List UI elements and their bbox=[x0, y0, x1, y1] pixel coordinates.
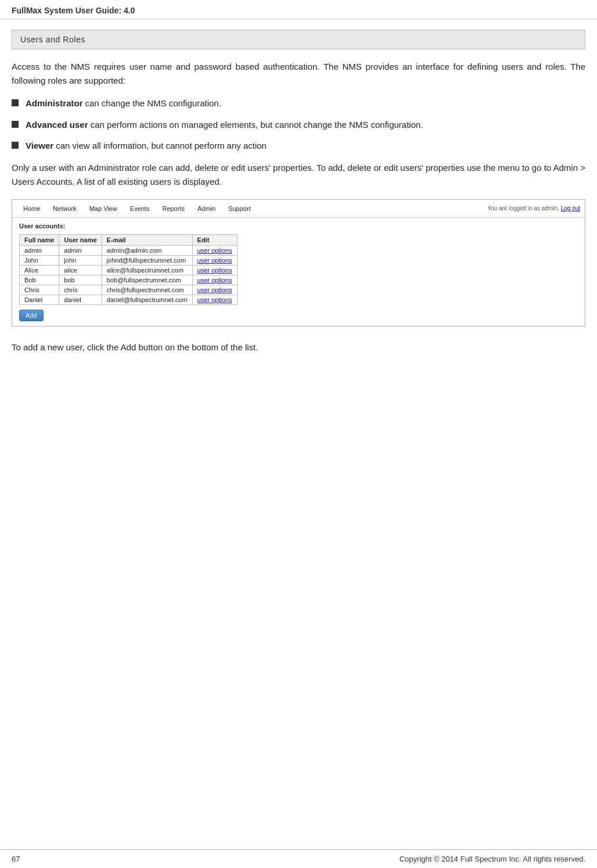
bullet-text: Viewer can view all information, but can… bbox=[26, 139, 267, 153]
col-email: E-mail bbox=[102, 234, 192, 245]
logout-link[interactable]: Log out bbox=[561, 205, 580, 211]
nav-home[interactable]: Home bbox=[17, 202, 46, 215]
role-name: Viewer bbox=[26, 141, 53, 150]
table-row: Johnjohnjohnd@fullspectrumnet.comuser op… bbox=[20, 255, 238, 265]
user-options-link[interactable]: user options bbox=[197, 277, 232, 284]
cell-username: chris bbox=[59, 285, 102, 295]
cell-edit: user options bbox=[192, 245, 237, 255]
cell-fullname: Daniel bbox=[20, 295, 59, 304]
table-row: Bobbobbob@fullspectrumnet.comuser option… bbox=[20, 275, 238, 285]
cell-email: chris@fullspectrumnet.com bbox=[102, 285, 192, 295]
table-row: Chrischrischris@fullspectrumnet.comuser … bbox=[20, 285, 238, 295]
table-row: adminadminadmin@admin.comuser options bbox=[20, 245, 238, 255]
cell-email: admin@admin.com bbox=[102, 245, 192, 255]
nav-reports[interactable]: Reports bbox=[156, 202, 191, 215]
main-content: Access to the NMS requires user name and… bbox=[0, 49, 597, 354]
ui-screenshot: Home Network Map View Events Reports Adm… bbox=[12, 199, 585, 327]
nav-bar: Home Network Map View Events Reports Adm… bbox=[12, 200, 585, 218]
nav-network[interactable]: Network bbox=[46, 202, 82, 215]
cell-edit: user options bbox=[192, 275, 237, 285]
cell-email: daniel@fullspectrumnet.com bbox=[102, 295, 192, 304]
cell-username: alice bbox=[59, 265, 102, 275]
list-item: Advanced user can perform actions on man… bbox=[12, 119, 585, 132]
col-edit: Edit bbox=[192, 234, 237, 245]
nav-right: You are logged in as admin. Log out bbox=[487, 205, 580, 211]
nav-events[interactable]: Events bbox=[124, 202, 156, 215]
bullet-text: Administrator can change the NMS configu… bbox=[26, 97, 221, 110]
user-options-link[interactable]: user options bbox=[197, 286, 232, 293]
role-name: Administrator bbox=[26, 98, 82, 108]
user-options-link[interactable]: user options bbox=[197, 247, 232, 254]
user-accounts-title: User accounts: bbox=[19, 223, 578, 229]
cell-fullname: Bob bbox=[20, 275, 59, 285]
nav-admin[interactable]: Admin bbox=[191, 202, 222, 215]
bullet-icon bbox=[12, 142, 19, 149]
guide-title: FullMax System User Guide: 4.0 bbox=[12, 6, 135, 15]
cell-edit: user options bbox=[192, 295, 237, 304]
nav-mapview[interactable]: Map View bbox=[83, 202, 124, 215]
add-button[interactable]: Add bbox=[19, 310, 44, 321]
ui-body: User accounts: Full name User name E-mai… bbox=[12, 218, 585, 326]
intro-paragraph: Access to the NMS requires user name and… bbox=[12, 60, 585, 88]
nav-left: Home Network Map View Events Reports Adm… bbox=[17, 202, 257, 215]
list-item: Administrator can change the NMS configu… bbox=[12, 97, 585, 110]
cell-username: admin bbox=[59, 245, 102, 255]
user-options-link[interactable]: user options bbox=[197, 267, 232, 274]
cell-edit: user options bbox=[192, 255, 237, 265]
users-table: Full name User name E-mail Edit adminadm… bbox=[19, 234, 238, 305]
page-footer: 67 Copyright © 2014 Full Spectrum Inc. A… bbox=[0, 849, 597, 868]
cell-email: bob@fullspectrumnet.com bbox=[102, 275, 192, 285]
cell-email: johnd@fullspectrumnet.com bbox=[102, 255, 192, 265]
list-item: Viewer can view all information, but can… bbox=[12, 139, 585, 153]
cell-edit: user options bbox=[192, 285, 237, 295]
cell-fullname: John bbox=[20, 255, 59, 265]
cell-edit: user options bbox=[192, 265, 237, 275]
page-number: 67 bbox=[12, 855, 20, 863]
user-options-link[interactable]: user options bbox=[197, 257, 232, 264]
admin-paragraph: Only a user with an Administrator role c… bbox=[12, 161, 585, 189]
table-row: Alicealicealice@fullspectrumnet.comuser … bbox=[20, 265, 238, 275]
copyright-text: Copyright © 2014 Full Spectrum Inc. All … bbox=[400, 855, 585, 863]
table-row: Danieldanieldaniel@fullspectrumnet.comus… bbox=[20, 295, 238, 304]
bullet-icon bbox=[12, 121, 19, 128]
section-title-bar: Users and Roles bbox=[12, 30, 585, 49]
bullet-text: Advanced user can perform actions on man… bbox=[26, 119, 423, 132]
role-name: Advanced user bbox=[26, 120, 88, 130]
cell-email: alice@fullspectrumnet.com bbox=[102, 265, 192, 275]
logged-in-text: You are logged in as admin. bbox=[487, 205, 560, 211]
col-username: User name bbox=[59, 234, 102, 245]
user-options-link[interactable]: user options bbox=[197, 296, 232, 303]
bullet-icon bbox=[12, 99, 19, 106]
role-list: Administrator can change the NMS configu… bbox=[12, 97, 585, 153]
section-title: Users and Roles bbox=[20, 35, 85, 44]
cell-username: john bbox=[59, 255, 102, 265]
cell-username: bob bbox=[59, 275, 102, 285]
page-header: FullMax System User Guide: 4.0 bbox=[0, 0, 597, 19]
cell-username: daniel bbox=[59, 295, 102, 304]
col-fullname: Full name bbox=[20, 234, 59, 245]
table-header-row: Full name User name E-mail Edit bbox=[20, 234, 238, 245]
cell-fullname: Chris bbox=[20, 285, 59, 295]
cell-fullname: admin bbox=[20, 245, 59, 255]
nav-support[interactable]: Support bbox=[222, 202, 257, 215]
cell-fullname: Alice bbox=[20, 265, 59, 275]
footer-note: To add a new user, click the Add button … bbox=[12, 340, 585, 354]
